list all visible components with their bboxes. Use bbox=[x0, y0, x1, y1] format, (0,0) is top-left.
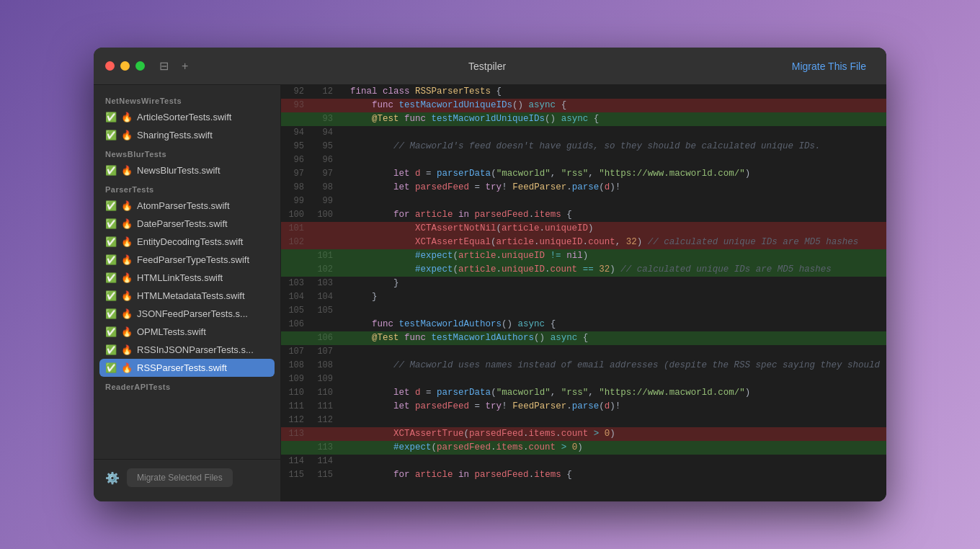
line-number-new: 102 bbox=[310, 263, 339, 277]
check-icon: ✅ bbox=[105, 112, 117, 122]
code-content: func testMacworldAuthors() async { bbox=[339, 318, 886, 331]
line-number-new bbox=[310, 318, 339, 331]
code-content bbox=[339, 126, 886, 140]
code-content bbox=[339, 345, 886, 359]
line-number-new: 107 bbox=[310, 345, 339, 359]
line-number-old: 100 bbox=[281, 208, 310, 222]
file-item-htmllinktests[interactable]: ✅ 🔥 HTMLLinkTests.swift bbox=[94, 269, 280, 287]
file-name: RSSParserTests.swift bbox=[137, 362, 227, 373]
maximize-button[interactable] bbox=[135, 61, 145, 71]
code-line-94: 94 94 bbox=[281, 126, 886, 140]
check-icon: ✅ bbox=[105, 130, 117, 140]
line-number-old: 98 bbox=[281, 181, 310, 195]
line-number-new: 108 bbox=[310, 359, 339, 372]
file-emoji: 🔥 bbox=[121, 130, 133, 140]
code-line-100: 100 100 for article in parsedFeed.items … bbox=[281, 208, 886, 222]
code-scroll[interactable]: 92 12 final class RSSParserTests { 93 fu… bbox=[281, 85, 886, 501]
file-item-htmlmetadatatests[interactable]: ✅ 🔥 HTMLMetadataTests.swift bbox=[94, 287, 280, 305]
code-content: // Macworld uses names instead of email … bbox=[339, 359, 886, 372]
line-number-new bbox=[310, 99, 339, 112]
migrate-file-button[interactable]: Migrate This File bbox=[783, 56, 875, 76]
line-number-old: 111 bbox=[281, 400, 310, 414]
code-line-108: 108 108 // Macworld uses names instead o… bbox=[281, 359, 886, 372]
file-item-rssparsertests[interactable]: ✅ 🔥 RSSParserTests.swift bbox=[99, 359, 275, 377]
check-icon: ✅ bbox=[105, 236, 117, 247]
code-content: #expect(parsedFeed.items.count > 0) bbox=[339, 441, 886, 455]
file-item-opmltests[interactable]: ✅ 🔥 OPMLTests.swift bbox=[94, 323, 280, 341]
file-item-rssinjsonparsertests[interactable]: ✅ 🔥 RSSInJSONParserTests.s... bbox=[94, 341, 280, 359]
line-number-old: 115 bbox=[281, 468, 310, 482]
code-content: @Test func testMacworldUniqueIDs() async… bbox=[339, 112, 886, 126]
code-line-102-del: 102 XCTAssertEqual(article.uniqueID.coun… bbox=[281, 236, 886, 249]
file-item-atomparsertests[interactable]: ✅ 🔥 AtomParserTests.swift bbox=[94, 197, 280, 215]
titlebar: ⊟ + Testpiler Migrate This File bbox=[94, 48, 886, 85]
code-content bbox=[339, 414, 886, 427]
line-number-old: 110 bbox=[281, 386, 310, 400]
code-content: #expect(article.uniqueID != nil) bbox=[339, 249, 886, 263]
add-icon[interactable]: + bbox=[179, 58, 191, 74]
file-item-entitydecodingtests[interactable]: ✅ 🔥 EntityDecodingTests.swift bbox=[94, 233, 280, 251]
file-item-articlesortertests[interactable]: ✅ 🔥 ArticleSorterTests.swift bbox=[94, 108, 280, 126]
code-content: let d = parserData("macworld", "rss", "h… bbox=[339, 386, 886, 400]
file-item-newsburtests[interactable]: ✅ 🔥 NewsBlurTests.swift bbox=[94, 161, 280, 179]
file-item-sharingtests[interactable]: ✅ 🔥 SharingTests.swift bbox=[94, 126, 280, 144]
file-emoji: 🔥 bbox=[121, 200, 133, 211]
close-button[interactable] bbox=[105, 61, 115, 71]
file-item-feedparsertypetests[interactable]: ✅ 🔥 FeedParserTypeTests.swift bbox=[94, 251, 280, 269]
line-number-new: 114 bbox=[310, 455, 339, 468]
code-content bbox=[339, 153, 886, 167]
code-line-93-del: 93 func testMacworldUniqueIDs() async { bbox=[281, 99, 886, 112]
line-number-old: 106 bbox=[281, 318, 310, 331]
line-number-new: 98 bbox=[310, 181, 339, 195]
file-name: DateParserTests.swift bbox=[137, 218, 228, 229]
line-number-new: 103 bbox=[310, 277, 339, 290]
line-number-old: 93 bbox=[281, 99, 310, 112]
section-label-newsburtests: NewsBlurTests bbox=[94, 144, 280, 161]
line-number-new: 110 bbox=[310, 386, 339, 400]
code-line-98: 98 98 let parsedFeed = try! FeedParser.p… bbox=[281, 181, 886, 195]
file-emoji: 🔥 bbox=[121, 290, 133, 301]
code-content: for article in parsedFeed.items { bbox=[339, 208, 886, 222]
line-number-old: 102 bbox=[281, 236, 310, 249]
code-line-107: 107 107 bbox=[281, 345, 886, 359]
line-number-new: 97 bbox=[310, 167, 339, 181]
settings-button[interactable]: ⚙️ bbox=[105, 471, 120, 485]
line-number-new: 100 bbox=[310, 208, 339, 222]
file-emoji: 🔥 bbox=[121, 344, 133, 355]
code-content bbox=[339, 372, 886, 386]
code-content: func testMacworldUniqueIDs() async { bbox=[339, 99, 886, 112]
code-content: final class RSSParserTests { bbox=[339, 85, 886, 99]
migrate-selected-button[interactable]: Migrate Selected Files bbox=[127, 468, 233, 487]
content-area: NetNewsWireTests ✅ 🔥 ArticleSorterTests.… bbox=[94, 85, 886, 501]
line-number-old: 107 bbox=[281, 345, 310, 359]
line-number-new: 94 bbox=[310, 126, 339, 140]
code-content: let parsedFeed = try! FeedParser.parse(d… bbox=[339, 181, 886, 195]
file-emoji: 🔥 bbox=[121, 326, 133, 337]
code-line-101-add: 101 #expect(article.uniqueID != nil) bbox=[281, 249, 886, 263]
file-name: HTMLLinkTests.swift bbox=[137, 272, 223, 283]
code-line-103: 103 103 } bbox=[281, 277, 886, 290]
code-content bbox=[339, 195, 886, 208]
file-emoji: 🔥 bbox=[121, 272, 133, 283]
file-emoji: 🔥 bbox=[121, 308, 133, 319]
file-name: ArticleSorterTests.swift bbox=[137, 112, 231, 122]
line-number-new bbox=[310, 236, 339, 249]
code-table: 92 12 final class RSSParserTests { 93 fu… bbox=[281, 85, 886, 482]
file-item-jsonfeedparsertests[interactable]: ✅ 🔥 JSONFeedParserTests.s... bbox=[94, 305, 280, 323]
code-line-97: 97 97 let d = parserData("macworld", "rs… bbox=[281, 167, 886, 181]
code-content: let d = parserData("macworld", "rss", "h… bbox=[339, 167, 886, 181]
line-number-old bbox=[281, 112, 310, 126]
code-content: XCTAssertTrue(parsedFeed.items.count > 0… bbox=[339, 427, 886, 441]
sidebar-toggle-icon[interactable]: ⊟ bbox=[156, 58, 172, 74]
line-number-new: 106 bbox=[310, 331, 339, 345]
minimize-button[interactable] bbox=[120, 61, 130, 71]
line-number-new: 95 bbox=[310, 140, 339, 153]
line-number-new: 12 bbox=[310, 85, 339, 99]
file-emoji: 🔥 bbox=[121, 254, 133, 265]
check-icon: ✅ bbox=[105, 272, 117, 283]
code-line-95: 95 95 // Macworld's feed doesn't have gu… bbox=[281, 140, 886, 153]
file-item-dateparsertests[interactable]: ✅ 🔥 DateParserTests.swift bbox=[94, 215, 280, 233]
line-number-old bbox=[281, 263, 310, 277]
code-content: // Macworld's feed doesn't have guids, s… bbox=[339, 140, 886, 153]
file-emoji: 🔥 bbox=[121, 112, 133, 122]
